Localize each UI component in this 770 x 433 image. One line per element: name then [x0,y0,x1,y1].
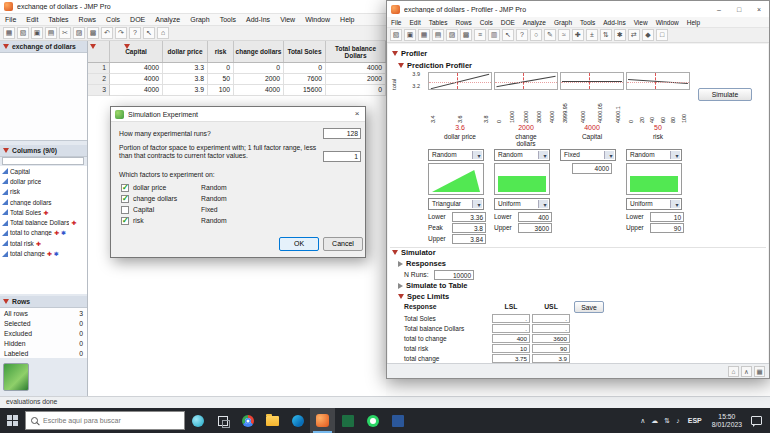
rows-stat[interactable]: Selected 0 [0,318,87,328]
cell[interactable]: 3.3 [163,63,208,74]
prediction-profiler-outline[interactable]: Prediction Profiler [398,61,472,70]
table-row[interactable]: 3 4000 3.9 100 4000 15600 0 [88,85,386,96]
param-field[interactable]: 3.36 [452,212,486,222]
factor-current-value[interactable]: 50 [626,124,690,131]
distribution-shape-risk[interactable] [626,163,682,195]
lasso-icon[interactable]: ≈ [558,29,570,41]
rows-stat[interactable]: Hidden 0 [0,338,87,348]
runs-count-field[interactable]: 128 [323,128,361,139]
menu-item[interactable]: Rows [74,14,102,25]
cell[interactable]: 4000 [110,74,163,85]
distribution-type-select[interactable]: Uniform [494,198,550,210]
distribution-type-select[interactable]: Uniform [626,198,682,210]
disclosure-icon[interactable] [398,294,404,299]
rows-stat[interactable]: Excluded 0 [0,328,87,338]
arrow-cursor-icon[interactable]: ↖ [502,29,514,41]
cell[interactable]: 0 [208,63,234,74]
row-number[interactable]: 1 [88,63,110,74]
usl-field[interactable]: . [532,314,570,323]
cell[interactable]: 3.8 [163,74,208,85]
close-icon[interactable]: × [349,107,365,122]
menu-item[interactable]: Tables [425,17,452,27]
factor-checkbox[interactable] [121,217,129,225]
disclosure-icon[interactable] [392,51,398,56]
start-button[interactable] [0,408,25,433]
column-item[interactable]: total risk ✚ [0,238,87,248]
menu-item[interactable]: DOE [497,17,519,27]
menu-item[interactable]: Tools [215,14,241,25]
scroll-hand-icon[interactable]: ⇅ [600,29,612,41]
column-item[interactable]: Total Soles ✚ [0,207,87,217]
rows-panel-header[interactable]: Rows [0,296,87,308]
factor-current-value[interactable]: 4000 [560,124,624,131]
magnifier-icon[interactable]: ± [586,29,598,41]
menu-item[interactable]: Analyze [150,14,185,25]
table-panel-header[interactable]: exchange of dollars [0,41,87,53]
lsl-field[interactable]: . [492,324,530,333]
param-field[interactable]: 400 [518,212,552,222]
menu-item[interactable]: Analyze [519,17,550,27]
cell[interactable]: 4000 [110,85,163,96]
distribution-shape-dollar-price[interactable] [428,163,484,195]
cell[interactable]: 4000 [234,85,284,96]
cell[interactable]: 2000 [234,74,284,85]
factor-row[interactable]: change dollars Random [121,193,357,204]
columns-filter-input[interactable] [2,157,84,165]
row-number[interactable]: 3 [88,85,110,96]
cut-icon[interactable]: ✂ [59,27,71,39]
menu-item[interactable]: Add-Ins [241,14,275,25]
language-indicator[interactable]: ESP [683,417,707,424]
menu-item[interactable]: Window [300,14,335,25]
column-header[interactable]: change dollars [234,41,284,62]
maximize-button[interactable]: □ [729,1,749,17]
columns-menu-icon[interactable] [90,44,96,49]
column-header[interactable]: dollar price [163,41,208,62]
distribution-type-select[interactable]: Triangular [428,198,484,210]
distribution-mode-select[interactable]: Random [494,149,550,161]
column-item[interactable]: total change ✚ ✱ [0,248,87,258]
menu-item[interactable]: Cols [101,14,125,25]
edge-icon[interactable] [285,408,310,433]
red-triangle-menu-icon[interactable] [3,299,9,304]
menu-item[interactable]: File [0,14,21,25]
param-field[interactable]: 3.84 [452,234,486,244]
factor-checkbox[interactable] [121,195,129,203]
home-icon[interactable]: ⌂ [728,366,739,377]
usl-field[interactable]: 3.9 [532,354,570,363]
redo-icon[interactable]: ↷ [115,27,127,39]
responses-outline[interactable]: Responses [398,259,446,268]
profile-plot-change-dollars[interactable] [494,72,558,90]
factor-row[interactable]: risk Random [121,215,357,226]
menu-item[interactable]: DOE [125,14,150,25]
save-button[interactable]: Save [574,301,604,313]
table-row[interactable]: 2 4000 3.8 50 2000 7600 2000 [88,74,386,85]
chevron-up-icon[interactable]: ∧ [741,366,752,377]
cell[interactable]: 3.9 [163,85,208,96]
factor-row[interactable]: Capital Fixed [121,204,357,215]
save-icon[interactable]: ▣ [31,27,43,39]
cell[interactable]: 0 [326,85,386,96]
lsl-field[interactable]: 400 [492,334,530,343]
column-header[interactable]: Capital [110,41,163,62]
disclosure-icon[interactable] [398,63,404,68]
undo-icon[interactable]: ↶ [101,27,113,39]
menu-item[interactable]: Help [683,17,704,27]
lsl-field[interactable]: . [492,314,530,323]
menu-item[interactable]: Tables [43,14,73,25]
help-icon[interactable]: ? [129,27,141,39]
paste-icon[interactable]: ▩ [87,27,99,39]
menu-item[interactable]: Rows [451,17,475,27]
chevron-up-icon[interactable]: ∧ [637,417,648,425]
save-icon[interactable]: ▣ [404,29,416,41]
close-button[interactable]: × [749,1,769,17]
factor-checkbox[interactable] [121,184,129,192]
brush-icon[interactable]: ✎ [544,29,556,41]
profiler-titlebar[interactable]: exchange of dollars - Profiler - JMP Pro… [387,1,769,17]
rows-menu-icon[interactable] [124,44,130,49]
red-triangle-menu-icon[interactable] [3,148,9,153]
resize-icon[interactable]: ⇄ [628,29,640,41]
menu-item[interactable]: View [630,17,652,27]
ok-button[interactable]: OK [279,237,319,251]
column-item[interactable]: total to change ✚ ✱ [0,228,87,238]
profile-plot-risk[interactable] [626,72,690,90]
